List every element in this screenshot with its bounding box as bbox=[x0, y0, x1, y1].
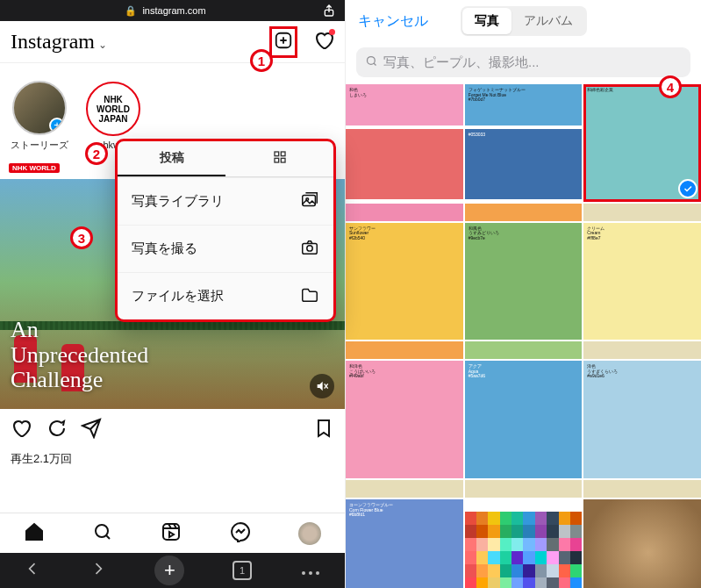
photo-cell[interactable] bbox=[465, 204, 583, 221]
photo-grid[interactable]: 和色 しきいろ フォゲットミーナットブルー Forget Me Not Blue… bbox=[346, 84, 701, 588]
photo-cell[interactable]: 和色 しきいろ bbox=[346, 84, 463, 125]
instagram-tabbar bbox=[0, 513, 345, 553]
url-text: instagram.com bbox=[142, 5, 205, 16]
menu-take-photo[interactable]: 写真を撮る bbox=[118, 225, 333, 272]
tab-home[interactable] bbox=[24, 521, 45, 546]
svg-rect-8 bbox=[275, 158, 279, 162]
lock-icon: 🔒 bbox=[125, 5, 137, 17]
svg-rect-15 bbox=[163, 524, 179, 540]
svg-point-13 bbox=[307, 246, 312, 251]
segment-photos[interactable]: 写真 bbox=[462, 8, 511, 34]
menu-button[interactable] bbox=[300, 563, 321, 578]
photo-picker-header: キャンセル 写真 アルバム bbox=[346, 0, 701, 42]
forward-button[interactable] bbox=[89, 560, 107, 581]
tab-grid[interactable] bbox=[225, 141, 333, 176]
menu-photo-library[interactable]: 写真ライブラリ bbox=[118, 177, 333, 225]
photo-library-icon bbox=[300, 190, 319, 212]
photo-cell[interactable] bbox=[583, 341, 701, 359]
svg-rect-9 bbox=[281, 158, 285, 162]
search-field[interactable]: 写真、ピープル、撮影地... bbox=[356, 47, 690, 77]
photo-cell[interactable] bbox=[583, 499, 701, 588]
share-button[interactable] bbox=[81, 418, 102, 442]
photo-cell[interactable]: アクア Aqua #5aa7d6 bbox=[465, 361, 583, 478]
tab-reels[interactable] bbox=[161, 521, 182, 546]
photo-cell[interactable]: #053033 bbox=[465, 129, 583, 199]
svg-rect-10 bbox=[303, 196, 316, 206]
annotation-2: 2 bbox=[85, 142, 108, 165]
color-palette-thumbnail bbox=[465, 512, 583, 588]
highlight-box-1 bbox=[269, 26, 297, 58]
comment-button[interactable] bbox=[46, 418, 67, 442]
photo-cell[interactable]: クリーム Cream #fff8e7 bbox=[583, 223, 701, 341]
photo-cell[interactable] bbox=[346, 341, 463, 359]
right-screenshot: キャンセル 写真 アルバム 写真、ピープル、撮影地... 4 和色 しきいろ フ… bbox=[346, 0, 701, 588]
save-button[interactable] bbox=[313, 418, 334, 442]
mute-button[interactable] bbox=[310, 374, 334, 398]
photo-cell[interactable] bbox=[465, 499, 583, 588]
photo-cell[interactable] bbox=[583, 204, 701, 221]
notification-dot bbox=[329, 29, 335, 35]
tabs-button[interactable]: 1 bbox=[232, 561, 252, 580]
instagram-header: Instagram⌄ 1 bbox=[0, 21, 345, 63]
svg-rect-7 bbox=[281, 152, 285, 156]
photo-cell[interactable]: 和風色 うすみどりいろ #9ecb7e bbox=[465, 223, 583, 341]
search-icon bbox=[365, 54, 378, 70]
tab-posts[interactable]: 投稿 bbox=[118, 141, 225, 176]
safari-toolbar: + 1 bbox=[0, 553, 345, 588]
avatar: NHKWORLDJAPAN bbox=[86, 82, 140, 136]
photo-cell[interactable] bbox=[346, 204, 463, 221]
video-overlay-title: An Unprecedented Challenge bbox=[11, 318, 148, 393]
new-post-icon[interactable] bbox=[274, 31, 293, 54]
cancel-button[interactable]: キャンセル bbox=[358, 12, 428, 31]
segment-albums[interactable]: アルバム bbox=[511, 8, 585, 34]
tab-profile[interactable] bbox=[298, 522, 321, 545]
back-button[interactable] bbox=[24, 560, 41, 581]
photo-cell[interactable] bbox=[346, 480, 463, 498]
photo-cell[interactable]: 和洋色 こうばいいろ #f49abf bbox=[346, 361, 463, 478]
search-placeholder: 写真、ピープル、撮影地... bbox=[383, 54, 540, 71]
chevron-down-icon: ⌄ bbox=[98, 39, 107, 51]
instagram-logo[interactable]: Instagram⌄ bbox=[11, 30, 107, 54]
folder-icon bbox=[300, 285, 319, 307]
photo-cell[interactable]: 洋色 うすぎくらいろ #a9d1e6 bbox=[583, 361, 701, 478]
share-icon[interactable] bbox=[322, 4, 336, 18]
stories-tray[interactable]: + ストーリーズ NHKWORLDJAPAN nhkwor 2 3 投稿 写真ラ… bbox=[0, 63, 345, 161]
post-action-bar bbox=[0, 409, 345, 451]
tab-messenger[interactable] bbox=[230, 521, 251, 546]
annotation-3: 3 bbox=[70, 226, 93, 249]
svg-rect-6 bbox=[275, 152, 279, 156]
svg-point-16 bbox=[368, 57, 376, 65]
like-button[interactable] bbox=[11, 418, 32, 442]
photo-cell[interactable] bbox=[465, 341, 583, 359]
selected-check-icon bbox=[678, 179, 697, 198]
photo-cell[interactable] bbox=[465, 480, 583, 498]
photo-cell[interactable]: サンフラワー Sunflower #f2b540 bbox=[346, 223, 463, 341]
photo-cell[interactable] bbox=[583, 480, 701, 498]
photo-cell[interactable]: フォゲットミーナットブルー Forget Me Not Blue #7bb0d7 bbox=[465, 84, 583, 125]
new-tab-button[interactable]: + bbox=[154, 556, 184, 585]
annotation-4: 4 bbox=[659, 75, 682, 98]
tab-search[interactable] bbox=[92, 521, 113, 546]
annotation-1: 1 bbox=[250, 49, 273, 72]
new-post-dropdown: 投稿 写真ライブラリ 写真を撮る ファイルを選択 bbox=[115, 139, 336, 322]
avatar: + bbox=[12, 81, 67, 135]
view-count: 再生2.1万回 bbox=[0, 451, 345, 467]
svg-point-14 bbox=[96, 525, 108, 537]
left-screenshot: 🔒 instagram.com Instagram⌄ 1 bbox=[0, 0, 346, 588]
heart-icon bbox=[313, 39, 334, 54]
segmented-control: 写真 アルバム bbox=[461, 6, 587, 36]
photo-cell[interactable]: コーンフラワーブルー Corn Flower Blue #6b8fd1 bbox=[346, 499, 463, 588]
safari-status-bar: 🔒 instagram.com bbox=[0, 0, 345, 21]
menu-choose-file[interactable]: ファイルを選択 bbox=[118, 272, 333, 319]
activity-button[interactable] bbox=[313, 30, 334, 54]
photo-cell[interactable] bbox=[346, 129, 463, 199]
your-story[interactable]: + ストーリーズ bbox=[9, 81, 70, 152]
camera-icon bbox=[300, 238, 319, 260]
photo-cell-selected[interactable]: 和綿色彩企業 bbox=[583, 84, 701, 202]
add-story-icon: + bbox=[49, 118, 65, 133]
